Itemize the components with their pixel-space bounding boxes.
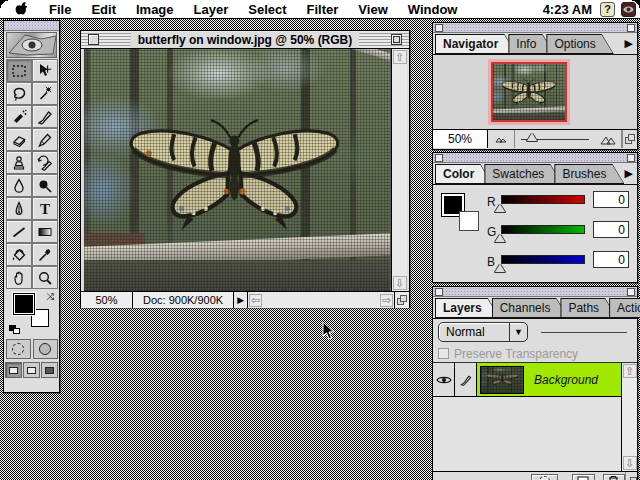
tool-airbrush[interactable] [6,105,32,128]
quick-mask-mode-button[interactable] [33,339,58,359]
scroll-left-arrow[interactable]: ⇦ [249,294,262,307]
toolbox-titlebar[interactable] [4,21,59,31]
standard-screen-mode-button[interactable] [5,362,22,378]
tool-type[interactable]: T [32,197,58,220]
fullscreen-menubar-mode-button[interactable] [23,362,40,378]
tool-dodge[interactable] [32,174,58,197]
tab-brushes[interactable]: Brushes [554,164,624,184]
menu-select[interactable]: Select [238,0,296,19]
scroll-up-arrow[interactable]: ⇧ [393,50,407,64]
standard-mode-button[interactable] [6,339,31,359]
tool-paintbrush[interactable] [32,105,58,128]
tool-line[interactable] [6,220,32,243]
layers-scrollbar[interactable]: ⇧ ⇩ [621,363,637,471]
swap-colors-icon[interactable]: ⤨ [46,291,54,303]
tool-paint-bucket[interactable] [6,243,32,266]
blue-value-field[interactable]: 0 [593,251,629,268]
zoom-box[interactable] [391,34,402,45]
palette-resize-grip[interactable] [625,472,637,480]
tool-zoom[interactable] [32,266,58,289]
palette-collapse-box[interactable] [627,154,635,162]
tool-blur[interactable] [6,174,32,197]
palette-collapse-box[interactable] [627,24,635,32]
window-resize-grip[interactable] [394,292,409,308]
status-popup-arrow[interactable]: ▶ [234,292,248,308]
color-titlebar[interactable] [433,153,637,163]
default-colors-icon[interactable] [9,325,21,335]
foreground-color-swatch[interactable] [13,293,35,315]
red-slider[interactable] [501,195,585,204]
layers-titlebar[interactable] [433,287,637,297]
fullscreen-mode-button[interactable] [41,362,58,378]
tool-pencil[interactable] [32,128,58,151]
scroll-right-arrow[interactable]: ⇨ [380,294,393,307]
zoom-out-button[interactable] [488,130,515,148]
menu-image[interactable]: Image [126,0,184,19]
vertical-scrollbar[interactable]: ⇧ ⇩ [391,49,407,291]
green-slider-thumb[interactable] [495,234,505,242]
menu-filter[interactable]: Filter [297,0,349,19]
tool-hand[interactable] [6,266,32,289]
photoshop-logo[interactable] [6,32,57,58]
tool-eyedropper[interactable] [32,243,58,266]
color-background-swatch[interactable] [459,211,479,231]
palette-close-box[interactable] [435,24,443,32]
layer-row-background[interactable]: Background [433,363,621,397]
scroll-up-arrow[interactable]: ⇧ [623,364,637,378]
blend-mode-select[interactable]: Normal ▼ [438,322,528,342]
tab-layers[interactable]: Layers [435,298,500,318]
tab-actions[interactable]: Actions [609,298,640,318]
palette-close-box[interactable] [435,288,443,296]
delete-layer-button[interactable] [603,474,625,480]
layer-visibility-toggle[interactable] [433,363,455,396]
navigator-zoom-slider[interactable] [515,130,595,148]
zoom-percent-field[interactable]: 50% [81,292,133,308]
navigator-thumbnail[interactable] [491,62,567,122]
palette-close-box[interactable] [435,154,443,162]
new-layer-button[interactable] [572,474,594,480]
scroll-down-arrow[interactable]: ⇩ [623,456,637,470]
help-menu-icon[interactable]: ? [600,2,615,17]
menu-view[interactable]: View [348,0,397,19]
palette-menu-arrow[interactable]: ▶ [625,37,633,50]
layer-name[interactable]: Background [524,363,621,396]
navigator-zoom-field[interactable]: 50% [433,130,488,148]
blue-slider-thumb[interactable] [495,264,505,272]
tab-options[interactable]: Options [546,34,613,54]
menu-layer[interactable]: Layer [184,0,239,19]
palette-resize-grip[interactable] [622,130,637,148]
tool-gradient[interactable] [32,220,58,243]
palette-menu-arrow[interactable]: ▶ [625,167,633,180]
tool-lasso[interactable] [6,82,32,105]
zoom-in-button[interactable] [595,130,622,148]
menu-file[interactable]: File [39,0,81,19]
layer-selected-area[interactable]: Background [477,363,621,396]
canvas-area[interactable] [84,49,391,291]
tool-eraser[interactable] [6,128,32,151]
tool-magic-wand[interactable] [32,82,58,105]
preserve-transparency-checkbox[interactable] [438,348,449,359]
tool-rectangular-marquee[interactable] [6,59,32,82]
navigator-titlebar[interactable] [433,23,637,33]
scroll-down-arrow[interactable]: ⇩ [393,276,407,290]
tool-pen[interactable] [6,197,32,220]
blue-slider[interactable] [501,255,585,264]
slider-thumb[interactable] [527,133,537,141]
close-box[interactable] [88,34,99,45]
green-value-field[interactable]: 0 [593,221,629,238]
horizontal-scrollbar[interactable]: ⇦ ⇨ [248,292,394,308]
tab-swatches[interactable]: Swatches [484,164,562,184]
layer-thumbnail[interactable] [480,366,524,394]
tab-navigator[interactable]: Navigator [435,34,516,54]
add-layer-mask-button[interactable] [531,474,558,480]
tab-channels[interactable]: Channels [492,298,569,318]
menu-edit[interactable]: Edit [81,0,126,19]
document-titlebar[interactable]: butterfly on window.jpg @ 50% (RGB) [81,31,409,49]
menu-window[interactable]: Window [398,0,468,19]
tool-move[interactable] [32,59,58,82]
tool-history-brush[interactable] [32,151,58,174]
red-slider-thumb[interactable] [495,204,505,212]
palette-collapse-box[interactable] [627,288,635,296]
red-value-field[interactable]: 0 [593,191,629,208]
tool-rubber-stamp[interactable] [6,151,32,174]
